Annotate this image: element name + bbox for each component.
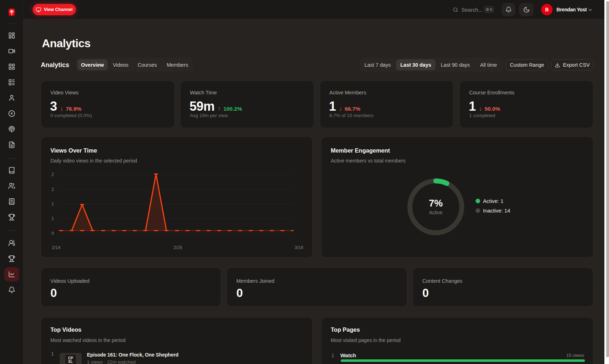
svg-text:2/25: 2/25	[174, 245, 182, 250]
svg-text:2: 2	[51, 187, 54, 192]
svg-text:3/16: 3/16	[295, 245, 303, 250]
svg-text:2/14: 2/14	[52, 245, 60, 250]
svg-text:1: 1	[51, 216, 54, 221]
svg-text:1: 1	[51, 202, 54, 206]
svg-text:0: 0	[51, 231, 54, 236]
svg-text:2: 2	[51, 172, 54, 177]
